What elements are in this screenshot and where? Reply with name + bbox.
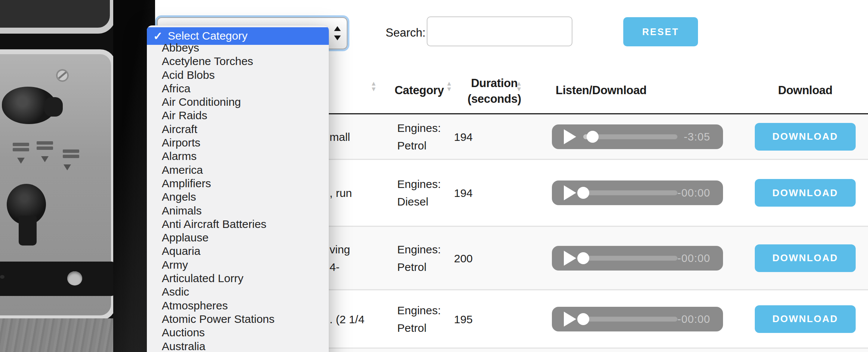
category-cell: Engines: Petrol — [397, 119, 441, 154]
menu-option[interactable]: Acetylene Torches — [147, 55, 329, 68]
menu-option[interactable]: Airports — [147, 136, 329, 149]
photo-floor — [0, 318, 127, 352]
category-cell: Engines: Petrol — [397, 241, 441, 276]
time-remaining: -00:00 — [677, 187, 710, 199]
progress-track[interactable] — [583, 191, 677, 195]
menu-option[interactable]: Amplifiers — [147, 177, 329, 190]
photo-panel-markings — [7, 145, 93, 175]
menu-option[interactable]: America — [147, 163, 329, 177]
menu-option[interactable]: Anti Aircraft Batteries — [147, 217, 329, 231]
menu-option[interactable]: Air Conditioning — [147, 95, 329, 109]
time-remaining: -3:05 — [684, 130, 710, 143]
progress-track[interactable] — [583, 317, 677, 321]
menu-option[interactable]: Angels — [147, 190, 329, 204]
menu-option[interactable]: Aquaria — [147, 244, 329, 258]
progress-track[interactable] — [583, 256, 677, 260]
duration-cell: 194 — [441, 128, 486, 145]
description-fragment: mall — [330, 128, 350, 145]
photo-screw — [56, 69, 69, 82]
photo-toggle-switch — [7, 184, 46, 225]
column-header-download: Download — [755, 84, 856, 97]
menu-option[interactable]: Articulated Lorry — [147, 272, 329, 285]
search-label: Search: — [386, 26, 426, 40]
checkmark-icon: ✓ — [153, 30, 163, 43]
menu-option[interactable]: Abbeys — [147, 41, 329, 55]
menu-option[interactable]: Army — [147, 258, 329, 272]
audio-player[interactable]: -3:05 — [552, 124, 723, 149]
menu-option[interactable]: Acid Blobs — [147, 68, 329, 82]
audio-player[interactable]: -00:00 — [552, 246, 723, 271]
time-remaining: -00:00 — [677, 313, 710, 325]
category-dropdown-menu: ✓ Select Category AbbeysAcetylene Torche… — [147, 25, 329, 352]
reset-button[interactable]: RESET — [623, 17, 698, 46]
download-button[interactable]: DOWNLOAD — [755, 305, 856, 333]
select-stepper-icon — [333, 25, 342, 42]
sort-icon-duration[interactable]: ▲▼ — [515, 81, 523, 97]
progress-knob[interactable] — [577, 313, 589, 325]
photo-upper-unit — [0, 0, 116, 34]
menu-option[interactable]: Aircraft — [147, 123, 329, 136]
progress-knob[interactable] — [587, 131, 599, 143]
menu-option[interactable]: Australia — [147, 340, 329, 352]
photo-lower-strip — [0, 262, 114, 296]
menu-option[interactable]: Animals — [147, 204, 329, 217]
selected-option-label: Select Category — [168, 30, 247, 42]
play-icon[interactable] — [564, 185, 576, 200]
page: Search: RESET ▲▼ Category ▲▼ Duration(se… — [0, 0, 868, 352]
column-header-listen-download: Listen/Download — [556, 84, 647, 97]
menu-option[interactable]: Atomic Power Stations — [147, 312, 329, 326]
menu-option[interactable]: Alarms — [147, 149, 329, 163]
search-input[interactable] — [427, 16, 572, 46]
description-fragment: . (2 1/4 — [330, 310, 364, 328]
progress-knob[interactable] — [577, 252, 589, 264]
description-fragment: , run — [330, 184, 352, 202]
audio-player[interactable]: -00:00 — [552, 307, 723, 331]
column-header-category[interactable]: Category — [387, 84, 451, 97]
download-button[interactable]: DOWNLOAD — [755, 244, 856, 272]
menu-option[interactable]: Applause — [147, 231, 329, 244]
category-cell: Engines: Diesel — [397, 175, 441, 210]
menu-option[interactable]: Asdic — [147, 285, 329, 299]
menu-option[interactable]: Air Raids — [147, 109, 329, 122]
menu-option[interactable]: Africa — [147, 82, 329, 95]
category-cell: Engines: Petrol — [397, 302, 441, 337]
play-icon[interactable] — [564, 312, 576, 327]
time-remaining: -00:00 — [677, 252, 710, 264]
duration-cell: 194 — [441, 184, 486, 202]
audio-player[interactable]: -00:00 — [552, 180, 723, 205]
play-icon[interactable] — [564, 129, 576, 144]
download-button[interactable]: DOWNLOAD — [755, 179, 856, 207]
play-icon[interactable] — [564, 251, 576, 266]
duration-cell: 200 — [441, 249, 486, 267]
description-fragment: ving 4- — [330, 241, 350, 276]
menu-option[interactable]: Auctions — [147, 326, 329, 339]
duration-cell: 195 — [441, 310, 486, 328]
progress-knob[interactable] — [577, 187, 589, 199]
sort-icon-description[interactable]: ▲▼ — [369, 81, 378, 97]
menu-option[interactable]: Atmospheres — [147, 299, 329, 312]
download-button[interactable]: DOWNLOAD — [755, 123, 856, 151]
equipment-photo — [0, 0, 155, 352]
menu-options-list: AbbeysAcetylene TorchesAcid BlobsAfricaA… — [147, 41, 329, 352]
photo-knob — [2, 87, 56, 124]
sort-icon-category[interactable]: ▲▼ — [445, 81, 454, 97]
